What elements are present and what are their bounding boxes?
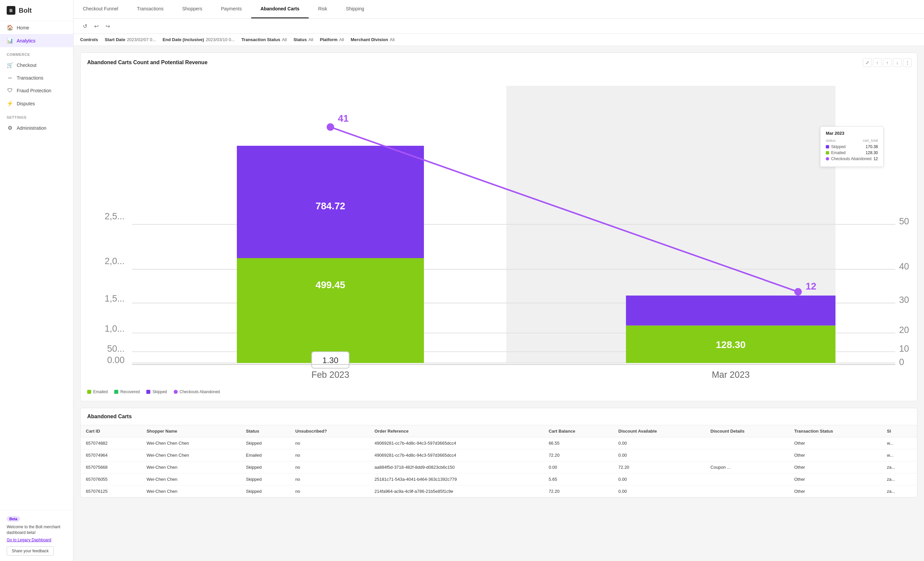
sidebar: B Bolt 🏠 Home 📊 Analytics COMMERCE 🛒 Che… bbox=[0, 0, 74, 561]
chart-svg: 2,5... 2,0... 1,5... 1,0... 50... 0.00 5… bbox=[87, 71, 910, 385]
legend-item-checkouts-abandoned: Checkouts Abandoned bbox=[174, 390, 220, 394]
sidebar-item-administration[interactable]: ⚙ Administration bbox=[0, 121, 73, 134]
sidebar-item-fraud-protection[interactable]: 🛡 Fraud Protection bbox=[0, 84, 73, 97]
cell-unsubscribed: no bbox=[290, 449, 369, 461]
mar-point-label: 12 bbox=[806, 281, 816, 292]
redo-button[interactable]: ↪ bbox=[103, 21, 112, 31]
cell-discount-details bbox=[705, 449, 789, 461]
cell-discount-available: 0.00 bbox=[613, 485, 705, 497]
sidebar-item-label: Disputes bbox=[17, 101, 35, 106]
y-label: 2,0... bbox=[105, 256, 124, 266]
table-row[interactable]: 657076125 Wei-Chen Chen Skipped no 214fa… bbox=[81, 485, 917, 497]
main-content: Checkout Funnel Transactions Shoppers Pa… bbox=[74, 0, 924, 561]
legend-item-emailed: Emailed bbox=[87, 390, 108, 394]
cell-shopper-name: Wei-Chen Chen bbox=[141, 485, 241, 497]
disputes-icon: ⚡ bbox=[7, 100, 14, 107]
y-label: 0.00 bbox=[107, 355, 124, 365]
cell-discount-available: 72.20 bbox=[613, 461, 705, 473]
legacy-dashboard-link[interactable]: Go to Legacy Dashboard bbox=[7, 538, 66, 542]
brand-name: Bolt bbox=[19, 7, 32, 14]
feedback-button[interactable]: Share your feedback bbox=[7, 546, 54, 556]
cell-cart-balance: 72.20 bbox=[543, 485, 613, 497]
chart-down-button[interactable]: ↓ bbox=[893, 58, 902, 67]
cell-unsubscribed: no bbox=[290, 437, 369, 449]
x-label-feb: Feb 2023 bbox=[311, 370, 350, 380]
cell-cart-balance: 66.55 bbox=[543, 437, 613, 449]
tab-payments[interactable]: Payments bbox=[212, 0, 251, 18]
legend-recovered-dot bbox=[114, 390, 118, 394]
filter-merchant-division[interactable]: Merchant Division All bbox=[351, 37, 394, 42]
filter-controls[interactable]: Controls bbox=[80, 37, 98, 42]
tab-checkout-funnel[interactable]: Checkout Funnel bbox=[74, 0, 128, 18]
sidebar-item-analytics[interactable]: 📊 Analytics bbox=[0, 34, 73, 47]
filter-platform[interactable]: Platform All bbox=[320, 37, 344, 42]
mar-emailed-label: 128.30 bbox=[716, 339, 746, 350]
cell-order-ref: 49069281-cc7b-4d8c-94c3-597d3665dcc4 bbox=[369, 437, 543, 449]
cell-discount-available: 0.00 bbox=[613, 449, 705, 461]
undo-button[interactable]: ↺ bbox=[80, 21, 90, 31]
chart-expand-button[interactable]: ⤢ bbox=[863, 58, 872, 67]
sidebar-item-transactions[interactable]: ↔ Transactions bbox=[0, 72, 73, 84]
chart-controls: ⤢ ↑ ↑ ↓ ⋮ bbox=[863, 58, 912, 67]
chart-legend: Emailed Recovered Skipped Checkouts Aban… bbox=[87, 390, 910, 394]
sidebar-item-label: Fraud Protection bbox=[17, 88, 51, 93]
legend-item-recovered: Recovered bbox=[114, 390, 140, 394]
cell-cart-balance: 72.20 bbox=[543, 449, 613, 461]
legend-item-skipped: Skipped bbox=[146, 390, 167, 394]
tab-transactions[interactable]: Transactions bbox=[128, 0, 173, 18]
tab-risk[interactable]: Risk bbox=[309, 0, 336, 18]
chart-card: Abandoned Carts Count and Potential Reve… bbox=[80, 53, 917, 401]
table-row[interactable]: 657074964 Wei-Chen Chen Chen Emailed no … bbox=[81, 449, 917, 461]
end-date-value: 2023/03/10 0... bbox=[206, 37, 235, 42]
cell-shopper-name: Wei-Chen Chen bbox=[141, 461, 241, 473]
sidebar-item-checkout[interactable]: 🛒 Checkout bbox=[0, 59, 73, 72]
y-label: 1,0... bbox=[105, 323, 124, 334]
undo2-button[interactable]: ↩ bbox=[92, 21, 101, 31]
table-row[interactable]: 657075668 Wei-Chen Chen Skipped no aa884… bbox=[81, 461, 917, 473]
cell-cart-balance: 0.00 bbox=[543, 461, 613, 473]
cell-transaction-status: Other bbox=[789, 485, 882, 497]
filter-status[interactable]: Status All bbox=[293, 37, 313, 42]
cell-sl: za... bbox=[882, 485, 917, 497]
abandoned-carts-table: Cart ID Shopper Name Status Unsubscribed… bbox=[81, 425, 917, 497]
cell-sl: za... bbox=[882, 461, 917, 473]
end-date-label: End Date (inclusive) bbox=[163, 37, 204, 42]
chart-up2-button[interactable]: ↑ bbox=[883, 58, 892, 67]
table-row[interactable]: 657076055 Wei-Chen Chen Skipped no 25181… bbox=[81, 473, 917, 485]
feb-emailed-label: 499.45 bbox=[315, 280, 345, 290]
bolt-logo-icon: B bbox=[7, 6, 15, 15]
y-label-right: 40 bbox=[899, 262, 909, 271]
chart-more-button[interactable]: ⋮ bbox=[903, 58, 912, 67]
cell-shopper-name: Wei-Chen Chen Chen bbox=[141, 449, 241, 461]
sidebar-item-label: Transactions bbox=[17, 75, 44, 81]
cell-discount-details: Coupon ... bbox=[705, 461, 789, 473]
section-label-commerce: COMMERCE bbox=[0, 47, 73, 59]
col-shopper-name: Shopper Name bbox=[141, 425, 241, 437]
cell-unsubscribed: no bbox=[290, 485, 369, 497]
chart-svg-wrapper: 2,5... 2,0... 1,5... 1,0... 50... 0.00 5… bbox=[87, 71, 910, 385]
top-navigation-tabs: Checkout Funnel Transactions Shoppers Pa… bbox=[74, 0, 924, 19]
cell-status: Skipped bbox=[240, 461, 290, 473]
y-label: 50... bbox=[107, 344, 124, 354]
table-row[interactable]: 657074882 Wei-Chen Chen Chen Skipped no … bbox=[81, 437, 917, 449]
cell-cart-balance: 5.65 bbox=[543, 473, 613, 485]
tab-shoppers[interactable]: Shoppers bbox=[173, 0, 212, 18]
merchant-division-label: Merchant Division bbox=[351, 37, 388, 42]
chart-up1-button[interactable]: ↑ bbox=[873, 58, 882, 67]
filter-transaction-status[interactable]: Transaction Status All bbox=[242, 37, 287, 42]
sidebar-item-disputes[interactable]: ⚡ Disputes bbox=[0, 97, 73, 110]
y-label-right: 20 bbox=[899, 325, 909, 335]
filter-start-date[interactable]: Start Date 2023/02/07 0... bbox=[105, 37, 156, 42]
platform-label: Platform bbox=[320, 37, 338, 42]
controls-label: Controls bbox=[80, 37, 98, 42]
legend-abandoned-label: Checkouts Abandoned bbox=[180, 390, 220, 394]
tab-shipping[interactable]: Shipping bbox=[337, 0, 374, 18]
col-cart-balance: Cart Balance bbox=[543, 425, 613, 437]
table-header-row: Cart ID Shopper Name Status Unsubscribed… bbox=[81, 425, 917, 437]
y-label-right: 10 bbox=[899, 344, 909, 354]
sidebar-item-home[interactable]: 🏠 Home bbox=[0, 21, 73, 34]
cell-cart-id: 657074882 bbox=[81, 437, 141, 449]
y-label: 1,5... bbox=[105, 293, 124, 304]
tab-abandoned-carts[interactable]: Abandoned Carts bbox=[251, 0, 309, 18]
filter-end-date[interactable]: End Date (inclusive) 2023/03/10 0... bbox=[163, 37, 235, 42]
